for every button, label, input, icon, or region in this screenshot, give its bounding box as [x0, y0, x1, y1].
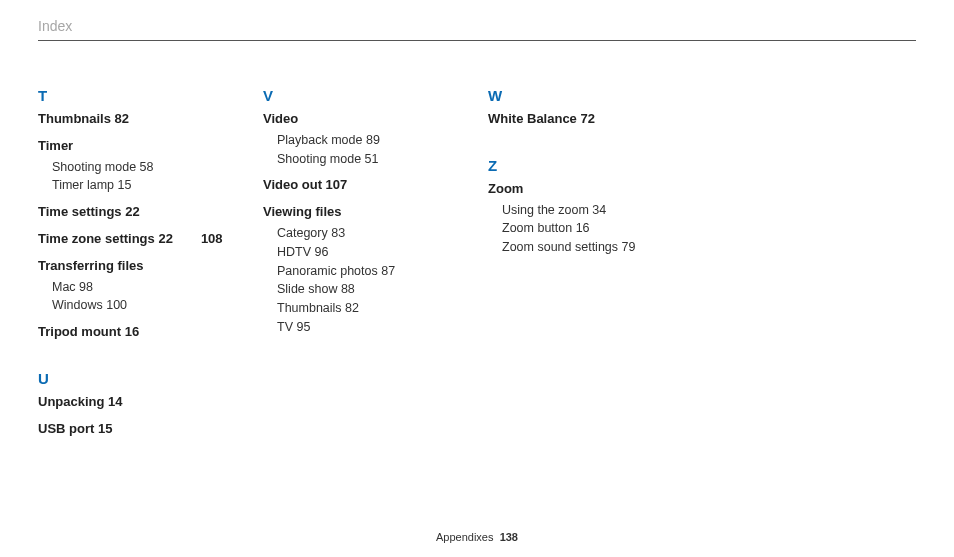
sub-entry: Panoramic photos 87 [277, 262, 488, 281]
entry-term: Video [263, 111, 298, 126]
entry-term: Time zone settings [38, 231, 155, 246]
entry-line: Video out 107 [263, 176, 488, 195]
page-footer: Appendixes 138 [0, 531, 954, 543]
entry-term: Video out [263, 177, 322, 192]
index-entry: Viewing filesCategory 83HDTV 96Panoramic… [263, 203, 488, 336]
entry-line: Time settings 22 [38, 203, 263, 222]
entry-page: 22 [122, 204, 140, 219]
entry-term: USB port [38, 421, 94, 436]
index-section-z: ZZoomUsing the zoom 34Zoom button 16Zoom… [488, 157, 713, 257]
index-entry: Time settings 22 [38, 203, 263, 222]
entry-line: Timer [38, 137, 263, 156]
sub-entry: Slide show 88 [277, 280, 488, 299]
section-letter: T [38, 87, 263, 104]
index-entry: Tripod mount 16 [38, 323, 263, 342]
entry-page: 22 [155, 231, 173, 246]
sub-entry: Thumbnails 82 [277, 299, 488, 318]
entry-subs: Using the zoom 34Zoom button 16Zoom soun… [488, 201, 713, 257]
index-page: Index TThumbnails 82TimerShooting mode 5… [0, 0, 954, 447]
entry-page: 16 [121, 324, 139, 339]
index-section-u: UUnpacking 14USB port 15 [38, 370, 263, 439]
entry-line: White Balance 72 [488, 110, 713, 129]
entry-term: Viewing files [263, 204, 342, 219]
index-section-v: VVideoPlayback mode 89Shooting mode 51Vi… [263, 87, 488, 337]
entry-line: Transferring files [38, 257, 263, 276]
section-letter: Z [488, 157, 713, 174]
sub-entry: Timer lamp 15 [52, 176, 263, 195]
section-letter: W [488, 87, 713, 104]
index-entry: Unpacking 14 [38, 393, 263, 412]
sub-entry: Zoom button 16 [502, 219, 713, 238]
sub-entry: Playback mode 89 [277, 131, 488, 150]
entry-term: Tripod mount [38, 324, 121, 339]
entry-term: Timer [38, 138, 73, 153]
entry-extra-page: 108 [201, 230, 223, 249]
index-entry: Thumbnails 82 [38, 110, 263, 129]
entry-term: Zoom [488, 181, 523, 196]
entry-term: Unpacking [38, 394, 104, 409]
entry-term: White Balance [488, 111, 577, 126]
index-entry: Time zone settings 22108 [38, 230, 263, 249]
entry-subs: Mac 98Windows 100 [38, 278, 263, 316]
entry-term: Time settings [38, 204, 122, 219]
sub-entry: TV 95 [277, 318, 488, 337]
entry-line: Tripod mount 16 [38, 323, 263, 342]
entry-subs: Category 83HDTV 96Panoramic photos 87Sli… [263, 224, 488, 337]
index-entry: USB port 15 [38, 420, 263, 439]
column-2: VVideoPlayback mode 89Shooting mode 51Vi… [263, 87, 488, 447]
sub-entry: Zoom sound settings 79 [502, 238, 713, 257]
entry-term: Transferring files [38, 258, 143, 273]
entry-line: Unpacking 14 [38, 393, 263, 412]
sub-entry: Category 83 [277, 224, 488, 243]
sub-entry: Using the zoom 34 [502, 201, 713, 220]
index-entry: Video out 107 [263, 176, 488, 195]
entry-subs: Playback mode 89Shooting mode 51 [263, 131, 488, 169]
entry-line: Video [263, 110, 488, 129]
entry-line: Viewing files [263, 203, 488, 222]
section-letter: V [263, 87, 488, 104]
entry-page: 107 [322, 177, 347, 192]
column-1: TThumbnails 82TimerShooting mode 58Timer… [38, 87, 263, 447]
entry-page: 72 [577, 111, 595, 126]
section-letter: U [38, 370, 263, 387]
entry-line: Zoom [488, 180, 713, 199]
sub-entry: Shooting mode 58 [52, 158, 263, 177]
sub-entry: Shooting mode 51 [277, 150, 488, 169]
index-columns: TThumbnails 82TimerShooting mode 58Timer… [38, 87, 916, 447]
column-3: WWhite Balance 72ZZoomUsing the zoom 34Z… [488, 87, 713, 447]
sub-entry: HDTV 96 [277, 243, 488, 262]
index-entry: White Balance 72 [488, 110, 713, 129]
sub-entry: Mac 98 [52, 278, 263, 297]
index-section-w: WWhite Balance 72 [488, 87, 713, 129]
entry-line: Time zone settings 22108 [38, 230, 263, 249]
index-entry: VideoPlayback mode 89Shooting mode 51 [263, 110, 488, 168]
index-entry: TimerShooting mode 58Timer lamp 15 [38, 137, 263, 195]
index-entry: ZoomUsing the zoom 34Zoom button 16Zoom … [488, 180, 713, 257]
entry-line: Thumbnails 82 [38, 110, 263, 129]
entry-line: USB port 15 [38, 420, 263, 439]
entry-subs: Shooting mode 58Timer lamp 15 [38, 158, 263, 196]
index-entry: Transferring filesMac 98Windows 100 [38, 257, 263, 315]
header-title: Index [38, 18, 72, 34]
entry-page: 14 [104, 394, 122, 409]
entry-page: 15 [94, 421, 112, 436]
sub-entry: Windows 100 [52, 296, 263, 315]
entry-page: 82 [111, 111, 129, 126]
page-header: Index [38, 18, 916, 41]
footer-page-number: 138 [500, 531, 518, 543]
index-section-t: TThumbnails 82TimerShooting mode 58Timer… [38, 87, 263, 342]
footer-label: Appendixes [436, 531, 494, 543]
entry-term: Thumbnails [38, 111, 111, 126]
